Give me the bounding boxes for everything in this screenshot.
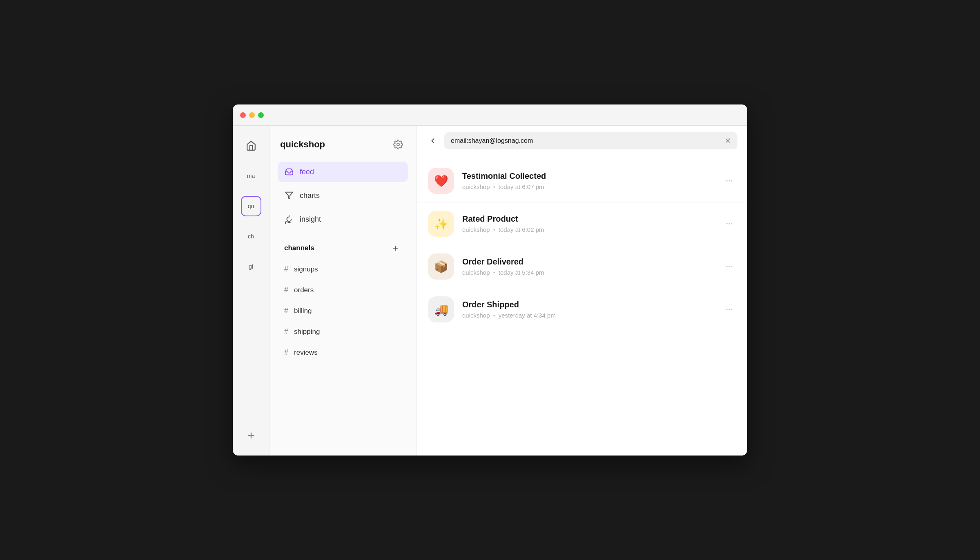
hash-icon: # — [284, 265, 288, 273]
sidebar-item-ch[interactable]: ch — [241, 226, 261, 247]
close-button[interactable] — [240, 112, 246, 118]
sidebar-item-home[interactable] — [241, 136, 261, 156]
svg-marker-3 — [285, 192, 293, 199]
sidebar-header: quickshop — [278, 137, 408, 152]
feed-meta: quickshop • yesterday at 4:34 pm — [462, 312, 715, 319]
channel-item-signups[interactable]: # signups — [278, 260, 408, 278]
sidebar-item-ma[interactable]: ma — [241, 166, 261, 186]
app-body: ma qu ch gi quickshop — [233, 104, 747, 456]
svg-point-12 — [728, 223, 730, 224]
charts-icon — [284, 191, 294, 200]
insight-icon — [284, 214, 294, 224]
svg-point-9 — [728, 180, 730, 181]
app-window: ma qu ch gi quickshop — [233, 104, 747, 456]
svg-point-15 — [728, 266, 730, 267]
maximize-button[interactable] — [258, 112, 264, 118]
add-workspace-button[interactable] — [241, 425, 261, 446]
nav-label-insight: insight — [300, 215, 321, 224]
svg-point-2 — [397, 143, 399, 146]
hash-icon: # — [284, 327, 288, 336]
search-input-container: ✕ — [444, 132, 737, 149]
feed-item-content: Order Delivered quickshop • today at 5:3… — [462, 257, 715, 276]
hash-icon: # — [284, 348, 288, 357]
channels-title: channels — [284, 244, 314, 252]
feed-item-icon: 🚚 — [428, 296, 454, 322]
channel-label-billing: billing — [294, 307, 312, 315]
feed-more-button[interactable] — [723, 260, 736, 273]
feed-event-title: Rated Product — [462, 214, 715, 224]
channel-item-shipping[interactable]: # shipping — [278, 323, 408, 340]
feed-item-content: Rated Product quickshop • today at 6:02 … — [462, 214, 715, 233]
svg-point-13 — [731, 223, 732, 224]
settings-button[interactable] — [391, 137, 405, 152]
feed-event-title: Order Shipped — [462, 300, 715, 309]
feed-item-icon: ✨ — [428, 211, 454, 237]
main-content: ✕ ❤️ Testimonial Collected quickshop • — [416, 126, 747, 456]
channel-label-orders: orders — [294, 286, 314, 294]
titlebar — [233, 104, 747, 126]
channels-section-header: channels — [278, 236, 408, 257]
svg-point-18 — [728, 309, 730, 310]
svg-point-8 — [726, 180, 728, 181]
feed-project: quickshop — [462, 312, 490, 319]
clear-search-button[interactable]: ✕ — [725, 136, 731, 145]
svg-point-16 — [731, 266, 732, 267]
feed-more-button[interactable] — [723, 217, 736, 230]
channel-label-signups: signups — [294, 265, 318, 273]
channel-item-reviews[interactable]: # reviews — [278, 344, 408, 361]
feed-item-content: Testimonial Collected quickshop • today … — [462, 171, 715, 190]
left-sidebar: quickshop feed — [270, 126, 416, 456]
feed-more-button[interactable] — [723, 303, 736, 316]
feed-time: today at 6:07 pm — [499, 183, 544, 190]
sidebar-item-gi[interactable]: gi — [241, 256, 261, 277]
feed-item-content: Order Shipped quickshop • yesterday at 4… — [462, 300, 715, 319]
nav-item-feed[interactable]: feed — [278, 162, 408, 182]
feed-time: today at 5:34 pm — [499, 269, 544, 276]
svg-point-17 — [726, 309, 728, 310]
minimize-button[interactable] — [249, 112, 255, 118]
back-button[interactable] — [426, 134, 439, 147]
feed-item-testimonial: ❤️ Testimonial Collected quickshop • tod… — [416, 160, 747, 202]
nav-item-charts[interactable]: charts — [278, 185, 408, 206]
feed-more-button[interactable] — [723, 174, 736, 187]
feed-item-delivered: 📦 Order Delivered quickshop • today at 5… — [416, 245, 747, 288]
feed-event-title: Testimonial Collected — [462, 171, 715, 181]
search-bar-wrapper: ✕ — [416, 126, 747, 156]
svg-point-10 — [731, 180, 732, 181]
channel-label-reviews: reviews — [294, 349, 318, 357]
feed-item-icon: ❤️ — [428, 168, 454, 194]
feed-time: yesterday at 4:34 pm — [499, 312, 556, 319]
meta-dot: • — [493, 269, 495, 276]
svg-point-14 — [726, 266, 728, 267]
svg-point-19 — [731, 309, 732, 310]
meta-dot: • — [493, 226, 495, 233]
feed-project: quickshop — [462, 183, 490, 190]
feed-meta: quickshop • today at 5:34 pm — [462, 269, 715, 276]
nav-label-charts: charts — [300, 191, 320, 200]
channel-item-orders[interactable]: # orders — [278, 281, 408, 299]
feed-item-icon: 📦 — [428, 253, 454, 280]
feed-event-title: Order Delivered — [462, 257, 715, 267]
add-channel-button[interactable] — [390, 242, 401, 254]
nav-label-feed: feed — [300, 168, 314, 176]
feed-time: today at 6:02 pm — [499, 226, 544, 233]
svg-point-11 — [726, 223, 728, 224]
channel-label-shipping: shipping — [294, 328, 320, 336]
icon-sidebar: ma qu ch gi — [233, 126, 270, 456]
hash-icon: # — [284, 307, 288, 315]
sidebar-item-qu[interactable]: qu — [241, 196, 261, 216]
channel-item-billing[interactable]: # billing — [278, 302, 408, 320]
hash-icon: # — [284, 286, 288, 294]
meta-dot: • — [493, 312, 495, 319]
feed-project: quickshop — [462, 269, 490, 276]
feed-icon — [284, 167, 294, 177]
search-input[interactable] — [451, 137, 722, 144]
feed-project: quickshop — [462, 226, 490, 233]
feed-item-rated: ✨ Rated Product quickshop • today at 6:0… — [416, 202, 747, 245]
feed-meta: quickshop • today at 6:07 pm — [462, 183, 715, 190]
nav-item-insight[interactable]: insight — [278, 209, 408, 229]
feed-list: ❤️ Testimonial Collected quickshop • tod… — [416, 156, 747, 456]
project-title: quickshop — [280, 139, 325, 150]
feed-meta: quickshop • today at 6:02 pm — [462, 226, 715, 233]
feed-item-shipped: 🚚 Order Shipped quickshop • yesterday at… — [416, 288, 747, 331]
